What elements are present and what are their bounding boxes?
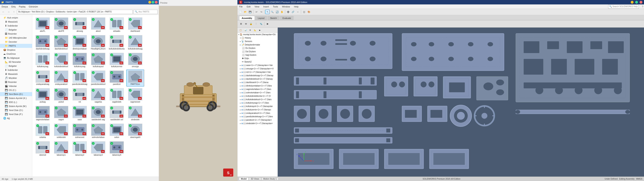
nav-pictures[interactable]: 🖼 Resimler xyxy=(0,32,32,36)
sw-undo-button[interactable]: ↩ xyxy=(254,10,258,14)
file-item[interactable]: ✓SWsagmesnet xyxy=(126,87,144,104)
ft-dashboard[interactable]: ▸ ◈ (-) dashboard<1>->7 (Varsa xyxy=(238,81,278,84)
nav-quick-access[interactable]: ⚡ Hızlı erişim xyxy=(0,16,32,20)
asm-hide-show[interactable]: 👁 xyxy=(244,22,248,26)
sw-menu-edit[interactable]: Edit xyxy=(246,5,251,8)
sw-menu-help[interactable]: Help xyxy=(293,5,300,8)
sw-section-view-button[interactable]: ◫ xyxy=(302,10,306,14)
file-item[interactable]: ✓SW pandizot xyxy=(108,70,126,86)
file-item[interactable]: ✓SW sasidestek sol xyxy=(108,105,126,122)
ft-omurga[interactable]: ▸ ◈ (-) omurga<1>->7 (Varsayılan<<V xyxy=(238,67,278,70)
ft-koltukzern[interactable]: ▸ ◈ (-) koltukzerniv<1>->7 (Varsayı xyxy=(238,108,278,112)
file-item[interactable]: ✓SW sasidestek sag xyxy=(89,105,107,122)
sw-new-button[interactable]: 📄 xyxy=(238,10,243,14)
ft-sag-duzlem[interactable]: ⬜ Sağ Düzlem xyxy=(238,53,278,57)
tab-sketch[interactable]: Sketch xyxy=(268,16,280,20)
file-item[interactable]: ✓SWaksol xyxy=(89,16,107,34)
minimize-button[interactable] xyxy=(148,1,151,4)
file-item[interactable]: ✓SW rot xyxy=(71,87,88,104)
nav-pics2[interactable]: 🖼 Resimler xyxy=(0,80,32,84)
file-item[interactable]: ✓SW koltukzermiv xyxy=(108,52,126,69)
sw-rotate-button[interactable]: 🔄 xyxy=(275,10,279,14)
sw-btab-motion[interactable]: Motion Study 1 xyxy=(262,178,278,180)
file-item[interactable]: ✓SWsagarka xyxy=(89,87,107,104)
ft-more-arrow[interactable]: ▶ xyxy=(258,28,262,32)
file-item[interactable]: ✓SW pandizdesteksag xyxy=(71,70,88,86)
sw-minimize-button[interactable] xyxy=(631,1,634,4)
nav-sys-m[interactable]: 💾 Sistem Ayrılık (M:) xyxy=(0,104,32,108)
menu-giris[interactable]: Giriş xyxy=(11,6,16,8)
asm-mate[interactable]: 🔒 xyxy=(249,22,253,26)
ft-root-item[interactable]: ▾ 🏠 montaj kontra kesim (Varsayılan<Gö xyxy=(238,33,278,36)
nav-documents[interactable]: 📄 Belgeler xyxy=(0,28,32,32)
asm-more[interactable]: ▶ xyxy=(266,22,270,26)
file-item[interactable]: ✓SW dashdesteksag xyxy=(34,34,52,51)
ft-koltukkorta[interactable]: ▸ ◈ (-) koltukdestekkorta<1>->7 (V xyxy=(238,94,278,98)
forward-button[interactable]: → xyxy=(6,10,11,14)
nav-devreler[interactable]: 📁 Devreler xyxy=(0,40,32,44)
file-item[interactable]: ✓SWkoltukraysol xyxy=(89,52,107,69)
ft-ust-duzlem[interactable]: ⬜ Üst Düzlem xyxy=(238,50,278,53)
ft-dashsol[interactable]: ▸ ◈ (-) dashdesteksol<1>->7 (Varsay xyxy=(238,77,278,81)
nav-downloads2[interactable]: ⬇ İndirilenler xyxy=(0,68,32,72)
maximize-button[interactable] xyxy=(152,1,154,4)
ft-detaylandirmalar[interactable]: ▸ 📝 Detaylandırmalar xyxy=(238,43,278,46)
ft-feature-manager[interactable]: 📋 xyxy=(238,28,243,32)
tab-layout[interactable]: Layout xyxy=(255,16,267,20)
menu-dosya[interactable]: Dosya xyxy=(2,6,8,8)
sw-pan-button[interactable]: ✋ xyxy=(280,10,284,14)
file-item[interactable]: ✓SW aksseg xyxy=(71,16,88,34)
ft-direksiyon[interactable]: ▸ ◈ (-) direksiyontaban<1>->7 (Vars xyxy=(238,84,278,88)
ft-origin[interactable]: ✚ Orijin xyxy=(238,57,278,60)
ft-koltukray-o[interactable]: ▸ ◈ (-) koltukrayol<1>->7 (Varsayılan xyxy=(238,104,278,108)
ft-ondayanak[interactable]: ▸ ◈ (-) ondayanaksol<1>->7 (Vars xyxy=(238,112,278,115)
sw-move-button[interactable]: ↔ xyxy=(296,10,300,14)
sw-save-button[interactable]: 💾 xyxy=(248,10,252,14)
sw-viewport[interactable]: X Y Z xyxy=(278,28,644,176)
search-box[interactable]: 🔍 Ara: PARTS xyxy=(134,10,158,14)
file-item[interactable]: ✓SW ondayanaksag xyxy=(34,70,52,86)
file-item[interactable]: ✓SW tabanray2 xyxy=(71,140,88,157)
nav-downloads[interactable]: ⬇ İndirilenler xyxy=(0,24,32,28)
nav-desktop[interactable]: 🖥 Masaüstü xyxy=(0,20,32,24)
sw-menu-insert[interactable]: Insert xyxy=(262,5,270,8)
sw-search-area[interactable]: 🔍 Search SOLIDWORKS Help xyxy=(608,5,639,9)
up-button[interactable]: ↑ xyxy=(12,10,16,14)
ft-dim-expert[interactable]: 📐 xyxy=(253,28,257,32)
ft-pandiz[interactable]: ▸ ◈ (-) pandizdesteksag<1>->7 (Vars xyxy=(238,115,278,118)
sw-insert-button[interactable]: ➕ xyxy=(286,10,290,14)
sw-mate-button[interactable]: 🔗 xyxy=(291,10,295,14)
nav-local-p[interactable]: 💾 Yerel Disk (P:) xyxy=(0,112,32,116)
sw-open-button[interactable]: 📂 xyxy=(243,10,248,14)
sw-help-icon[interactable]: ? xyxy=(642,6,643,8)
file-item[interactable]: ✓SW solon xyxy=(108,123,126,140)
sw-display-button[interactable]: 🎨 xyxy=(307,10,311,14)
ft-property-manager[interactable]: 📊 xyxy=(243,28,248,32)
file-item[interactable]: ✓SWtabanray3 xyxy=(89,140,107,157)
nav-docs2[interactable]: 📄 Belgeler xyxy=(0,64,32,68)
file-item[interactable]: ✓SW tabanray4 xyxy=(108,140,126,157)
address-bar[interactable]: Bu bilgisayar › Yeni Birim (D:) › Dropbo… xyxy=(17,10,132,14)
file-item[interactable]: SW koltukreysag xyxy=(34,52,52,69)
tab-assembly[interactable]: Assembly xyxy=(239,16,255,20)
file-item[interactable]: ✓SWsolidestek xyxy=(52,123,70,140)
ft-sensors[interactable]: ▸ 📡 Sensors xyxy=(238,40,278,43)
sw-btab-model[interactable]: Model xyxy=(239,178,248,180)
ft-sase[interactable]: ▸ ◈ (-) sase<1>->7 (Varsayılan<<Var xyxy=(238,64,278,67)
ft-config-manager[interactable]: ⚙ xyxy=(248,28,252,32)
ft-koltukray-s[interactable]: ▸ ◈ (-) koltukreysag<1>->7 (Vars xyxy=(238,101,278,104)
sw-zoom-button[interactable]: 🔍 xyxy=(270,10,274,14)
file-item[interactable]: ✓SWkoltukdesteksag xyxy=(126,34,144,51)
ft-sagmotor[interactable]: ▸ ◈ (-) sagmotortaban<1>->7 (Vars xyxy=(238,88,278,91)
file-item[interactable]: ✓SWsagon xyxy=(52,105,70,122)
file-item[interactable]: ✓SWsindestek xyxy=(126,105,144,122)
file-item[interactable]: ✓SW koltukdestekkorta xyxy=(108,34,126,51)
file-item[interactable]: ✓SW sase xyxy=(71,105,88,122)
nav-videos[interactable]: 🎬 Videolar xyxy=(0,84,32,88)
ft-rot[interactable]: ▸ ◈ (-) rot<1>->7 (Varsayılan<<Var xyxy=(238,70,278,74)
file-item[interactable]: SWPARTS1m xyxy=(126,70,144,86)
tab-evaluate[interactable]: Evaluate xyxy=(280,16,294,20)
sw-select-button[interactable]: ↖ xyxy=(265,10,270,14)
nav-new-d[interactable]: 💾 Yeni Birim (D:) xyxy=(0,92,32,96)
nav-local-o[interactable]: 💾 Yerel Disk (O:) xyxy=(0,108,32,112)
